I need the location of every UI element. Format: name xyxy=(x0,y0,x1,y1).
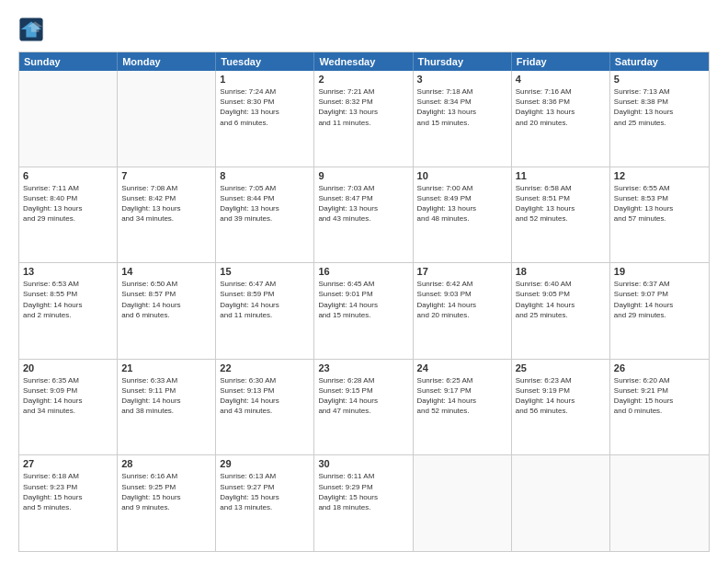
day-cell-8: 8Sunrise: 7:05 AM Sunset: 8:44 PM Daylig… xyxy=(216,167,314,263)
day-cell-6: 6Sunrise: 7:11 AM Sunset: 8:40 PM Daylig… xyxy=(19,167,118,263)
day-info: Sunrise: 6:25 AM Sunset: 9:17 PM Dayligh… xyxy=(417,375,507,417)
day-number: 5 xyxy=(614,74,705,85)
day-number: 14 xyxy=(121,266,211,277)
day-number: 29 xyxy=(220,458,310,469)
day-cell-29: 29Sunrise: 6:13 AM Sunset: 9:27 PM Dayli… xyxy=(216,455,314,551)
day-cell-23: 23Sunrise: 6:28 AM Sunset: 9:15 PM Dayli… xyxy=(314,360,413,455)
week-row-1: 1Sunrise: 7:24 AM Sunset: 8:30 PM Daylig… xyxy=(19,71,709,167)
day-cell-27: 27Sunrise: 6:18 AM Sunset: 9:23 PM Dayli… xyxy=(19,455,118,551)
day-cell-26: 26Sunrise: 6:20 AM Sunset: 9:21 PM Dayli… xyxy=(610,360,709,455)
day-cell-7: 7Sunrise: 7:08 AM Sunset: 8:42 PM Daylig… xyxy=(118,167,216,263)
day-info: Sunrise: 6:23 AM Sunset: 9:19 PM Dayligh… xyxy=(516,375,606,417)
day-cell-10: 10Sunrise: 7:00 AM Sunset: 8:49 PM Dayli… xyxy=(414,167,512,263)
day-info: Sunrise: 6:42 AM Sunset: 9:03 PM Dayligh… xyxy=(417,279,507,320)
day-cell-15: 15Sunrise: 6:47 AM Sunset: 8:59 PM Dayli… xyxy=(216,263,314,359)
day-cell-19: 19Sunrise: 6:37 AM Sunset: 9:07 PM Dayli… xyxy=(610,263,709,359)
day-number: 19 xyxy=(614,266,705,277)
week-row-2: 6Sunrise: 7:11 AM Sunset: 8:40 PM Daylig… xyxy=(19,167,709,264)
header xyxy=(18,17,710,42)
day-cell-11: 11Sunrise: 6:58 AM Sunset: 8:51 PM Dayli… xyxy=(512,167,610,263)
day-number: 18 xyxy=(516,266,606,277)
day-number: 8 xyxy=(220,170,310,181)
day-info: Sunrise: 7:03 AM Sunset: 8:47 PM Dayligh… xyxy=(318,183,408,224)
day-number: 26 xyxy=(614,362,705,373)
day-info: Sunrise: 6:28 AM Sunset: 9:15 PM Dayligh… xyxy=(318,375,408,417)
day-header-monday: Monday xyxy=(118,52,216,71)
day-cell-17: 17Sunrise: 6:42 AM Sunset: 9:03 PM Dayli… xyxy=(414,263,512,359)
day-header-wednesday: Wednesday xyxy=(314,52,413,71)
day-header-thursday: Thursday xyxy=(414,52,512,71)
day-cell-5: 5Sunrise: 7:13 AM Sunset: 8:38 PM Daylig… xyxy=(610,71,709,167)
week-row-5: 27Sunrise: 6:18 AM Sunset: 9:23 PM Dayli… xyxy=(19,455,709,551)
day-info: Sunrise: 6:33 AM Sunset: 9:11 PM Dayligh… xyxy=(121,375,211,417)
day-info: Sunrise: 6:35 AM Sunset: 9:09 PM Dayligh… xyxy=(23,375,113,417)
day-info: Sunrise: 6:11 AM Sunset: 9:29 PM Dayligh… xyxy=(318,471,408,512)
empty-cell xyxy=(19,71,118,167)
day-number: 24 xyxy=(417,362,507,373)
day-cell-13: 13Sunrise: 6:53 AM Sunset: 8:55 PM Dayli… xyxy=(19,263,118,359)
day-info: Sunrise: 6:30 AM Sunset: 9:13 PM Dayligh… xyxy=(220,375,310,417)
empty-cell xyxy=(414,455,512,551)
day-number: 21 xyxy=(121,362,211,373)
day-cell-12: 12Sunrise: 6:55 AM Sunset: 8:53 PM Dayli… xyxy=(610,167,709,263)
day-info: Sunrise: 6:18 AM Sunset: 9:23 PM Dayligh… xyxy=(23,471,113,512)
day-info: Sunrise: 6:53 AM Sunset: 8:55 PM Dayligh… xyxy=(23,279,113,320)
week-row-4: 20Sunrise: 6:35 AM Sunset: 9:09 PM Dayli… xyxy=(19,360,709,456)
day-info: Sunrise: 7:00 AM Sunset: 8:49 PM Dayligh… xyxy=(417,183,507,224)
day-number: 6 xyxy=(23,170,113,181)
day-header-tuesday: Tuesday xyxy=(216,52,314,71)
day-info: Sunrise: 7:16 AM Sunset: 8:36 PM Dayligh… xyxy=(516,86,606,128)
day-info: Sunrise: 7:21 AM Sunset: 8:32 PM Dayligh… xyxy=(318,86,408,128)
day-number: 23 xyxy=(318,362,408,373)
day-info: Sunrise: 6:16 AM Sunset: 9:25 PM Dayligh… xyxy=(121,471,211,512)
calendar-body: 1Sunrise: 7:24 AM Sunset: 8:30 PM Daylig… xyxy=(19,71,709,551)
day-number: 22 xyxy=(220,362,310,373)
day-info: Sunrise: 6:13 AM Sunset: 9:27 PM Dayligh… xyxy=(220,471,310,512)
day-cell-20: 20Sunrise: 6:35 AM Sunset: 9:09 PM Dayli… xyxy=(19,360,118,455)
day-number: 15 xyxy=(220,266,310,277)
day-number: 4 xyxy=(516,74,606,85)
day-info: Sunrise: 6:47 AM Sunset: 8:59 PM Dayligh… xyxy=(220,279,310,320)
day-cell-28: 28Sunrise: 6:16 AM Sunset: 9:25 PM Dayli… xyxy=(118,455,216,551)
day-cell-4: 4Sunrise: 7:16 AM Sunset: 8:36 PM Daylig… xyxy=(512,71,610,167)
logo-icon xyxy=(18,17,44,42)
day-cell-9: 9Sunrise: 7:03 AM Sunset: 8:47 PM Daylig… xyxy=(314,167,413,263)
day-info: Sunrise: 7:08 AM Sunset: 8:42 PM Dayligh… xyxy=(121,183,211,224)
day-info: Sunrise: 6:50 AM Sunset: 8:57 PM Dayligh… xyxy=(121,279,211,320)
day-cell-2: 2Sunrise: 7:21 AM Sunset: 8:32 PM Daylig… xyxy=(314,71,413,167)
day-cell-14: 14Sunrise: 6:50 AM Sunset: 8:57 PM Dayli… xyxy=(118,263,216,359)
day-header-saturday: Saturday xyxy=(610,52,709,71)
day-number: 20 xyxy=(23,362,113,373)
day-number: 13 xyxy=(23,266,113,277)
day-info: Sunrise: 7:13 AM Sunset: 8:38 PM Dayligh… xyxy=(614,86,705,128)
day-info: Sunrise: 7:11 AM Sunset: 8:40 PM Dayligh… xyxy=(23,183,113,224)
day-cell-21: 21Sunrise: 6:33 AM Sunset: 9:11 PM Dayli… xyxy=(118,360,216,455)
day-info: Sunrise: 7:24 AM Sunset: 8:30 PM Dayligh… xyxy=(220,86,310,128)
day-info: Sunrise: 6:55 AM Sunset: 8:53 PM Dayligh… xyxy=(614,183,705,224)
day-cell-25: 25Sunrise: 6:23 AM Sunset: 9:19 PM Dayli… xyxy=(512,360,610,455)
page: SundayMondayTuesdayWednesdayThursdayFrid… xyxy=(0,0,728,563)
day-info: Sunrise: 6:37 AM Sunset: 9:07 PM Dayligh… xyxy=(614,279,705,320)
day-header-friday: Friday xyxy=(512,52,610,71)
empty-cell xyxy=(512,455,610,551)
day-number: 1 xyxy=(220,74,310,85)
day-number: 11 xyxy=(516,170,606,181)
day-info: Sunrise: 6:20 AM Sunset: 9:21 PM Dayligh… xyxy=(614,375,705,417)
day-number: 28 xyxy=(121,458,211,469)
day-info: Sunrise: 6:58 AM Sunset: 8:51 PM Dayligh… xyxy=(516,183,606,224)
day-number: 3 xyxy=(417,74,507,85)
day-info: Sunrise: 7:05 AM Sunset: 8:44 PM Dayligh… xyxy=(220,183,310,224)
day-info: Sunrise: 7:18 AM Sunset: 8:34 PM Dayligh… xyxy=(417,86,507,128)
day-cell-16: 16Sunrise: 6:45 AM Sunset: 9:01 PM Dayli… xyxy=(314,263,413,359)
day-cell-30: 30Sunrise: 6:11 AM Sunset: 9:29 PM Dayli… xyxy=(314,455,413,551)
day-cell-22: 22Sunrise: 6:30 AM Sunset: 9:13 PM Dayli… xyxy=(216,360,314,455)
empty-cell xyxy=(118,71,216,167)
day-number: 2 xyxy=(318,74,408,85)
day-info: Sunrise: 6:45 AM Sunset: 9:01 PM Dayligh… xyxy=(318,279,408,320)
day-number: 25 xyxy=(516,362,606,373)
day-cell-1: 1Sunrise: 7:24 AM Sunset: 8:30 PM Daylig… xyxy=(216,71,314,167)
calendar: SundayMondayTuesdayWednesdayThursdayFrid… xyxy=(18,52,710,552)
day-cell-3: 3Sunrise: 7:18 AM Sunset: 8:34 PM Daylig… xyxy=(414,71,512,167)
day-number: 27 xyxy=(23,458,113,469)
day-header-sunday: Sunday xyxy=(19,52,118,71)
